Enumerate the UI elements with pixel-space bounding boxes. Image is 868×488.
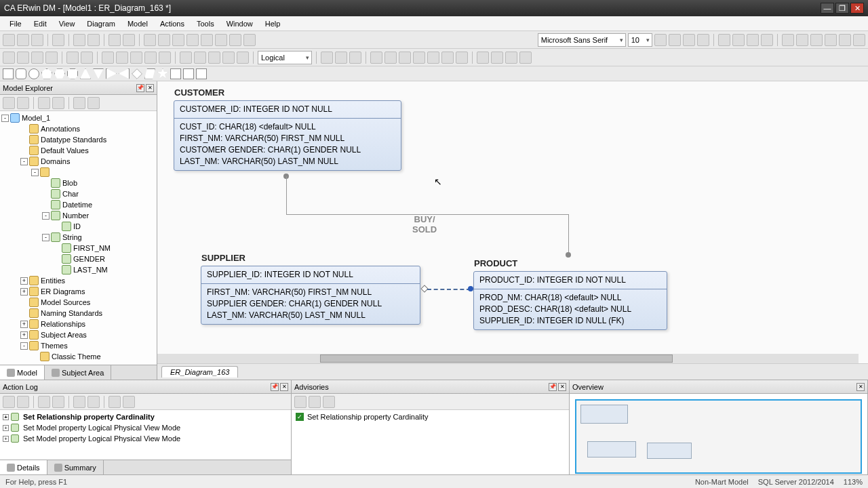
panel-close-icon[interactable]: ✕ [146,84,154,92]
shape-star[interactable] [157,68,168,79]
entity-supplier[interactable]: SUPPLIER SUPPLIER_ID: INTEGER ID NOT NUL… [201,266,420,325]
tree-item[interactable]: Model Sources [1,297,155,308]
line-style-icon[interactable] [761,34,773,46]
align-middle-icon[interactable] [839,34,851,46]
redo-icon[interactable] [123,34,135,46]
adv-tb1[interactable] [294,396,307,408]
ov-close-icon[interactable]: ✕ [856,383,865,391]
me-tb1[interactable] [3,97,15,109]
zoom-in-icon[interactable] [102,52,114,64]
tb2-s[interactable] [519,52,532,64]
minimize-button[interactable]: — [821,3,834,14]
al-tb7[interactable] [108,396,121,408]
al-pin-icon[interactable]: 📌 [271,383,279,391]
shape-triangle-right[interactable] [106,68,117,79]
close-button[interactable]: ✕ [850,3,864,14]
strike-icon[interactable] [697,34,709,46]
tree-item[interactable]: LAST_NM [1,264,155,275]
tb2-a[interactable] [180,52,192,64]
shape-pentagon[interactable] [41,68,52,79]
rel-id-icon[interactable] [186,34,199,46]
maximize-button[interactable]: ❐ [835,3,849,14]
tree-root[interactable]: - Model_1 [1,113,155,123]
menu-model[interactable]: Model [122,18,153,29]
tree-item[interactable]: Classic Theme [1,351,155,362]
adv-pin-icon[interactable]: 📌 [549,383,557,391]
tb2-r[interactable] [505,52,517,64]
tb2-m[interactable] [427,52,439,64]
tree-item[interactable]: +ER Diagrams [1,286,155,297]
tree-item[interactable]: -Number [1,210,155,221]
tb2-c[interactable] [208,52,220,64]
menu-view[interactable]: View [54,18,81,29]
view-icon[interactable] [172,34,184,46]
entity-product[interactable]: PRODUCT PRODUCT_ID: INTEGER ID NOT NULL … [473,271,667,330]
tree-item[interactable]: - [1,167,155,178]
menu-edit[interactable]: Edit [28,18,52,29]
tree-item[interactable]: Blob [1,178,155,188]
find-icon[interactable] [73,34,85,46]
shape-parallelogram[interactable] [144,68,155,79]
shape-roundrect[interactable] [16,68,26,79]
shape-hexagon[interactable] [54,68,65,79]
al-tb4[interactable] [52,396,64,408]
log-line[interactable]: +Set Model property Logical Physical Vie… [1,433,290,444]
tree-item[interactable]: -Domains [1,156,155,167]
tree-item[interactable]: GENDER [1,253,155,264]
annotation-icon[interactable] [229,34,241,46]
tree-item[interactable]: Datetime [1,199,155,210]
fill-color-icon[interactable] [732,34,745,46]
font-color-icon[interactable] [718,34,730,46]
h-scrollbar[interactable] [157,354,859,363]
align-right-icon[interactable] [810,34,823,46]
adv-tb3[interactable] [323,396,335,408]
font-size-combo[interactable]: 10 [628,33,652,47]
al-tab-summary[interactable]: Summary [47,460,104,474]
me-tb2[interactable] [17,97,29,109]
tb2-e[interactable] [237,52,249,64]
highlight-icon[interactable] [747,34,759,46]
tree-item[interactable]: +Subject Areas [1,329,155,340]
shape-triangle-left[interactable] [119,68,130,79]
tb2-n[interactable] [441,52,454,64]
tree-item[interactable]: +Relationships [1,319,155,329]
tb2-o[interactable] [456,52,468,64]
tree-item[interactable]: +Entities [1,275,155,286]
al-tb6[interactable] [87,396,100,408]
shape-triangle-down[interactable] [93,68,104,79]
panel-pin-icon[interactable]: 📌 [136,84,144,92]
find-next-icon[interactable] [87,34,100,46]
menu-file[interactable]: File [4,18,27,29]
al-tb2[interactable] [17,396,29,408]
align-bottom-icon[interactable] [853,34,865,46]
menu-window[interactable]: Window [221,18,258,29]
shape-triangle-up[interactable] [80,68,91,79]
save-icon[interactable] [31,34,43,46]
tree-item[interactable]: -String [1,232,155,243]
shape-line[interactable] [196,68,207,79]
select-icon[interactable] [144,34,156,46]
me-tb5[interactable] [73,97,85,109]
al-close-icon[interactable]: ✕ [280,383,288,391]
shape-rect[interactable] [3,68,14,79]
zoom-out-icon[interactable] [116,52,128,64]
log-line[interactable]: +Set Model property Logical Physical Vie… [1,422,290,433]
adv-tb2[interactable] [309,396,321,408]
tree-item[interactable]: Annotations [1,123,155,134]
zoom-region-icon[interactable] [159,52,171,64]
tree-item[interactable]: -Themes [1,340,155,351]
tb2-6[interactable] [81,52,93,64]
menu-actions[interactable]: Actions [155,18,190,29]
al-tb3[interactable] [38,396,50,408]
tb2-p[interactable] [477,52,489,64]
shape-cross[interactable] [170,68,181,79]
underline-icon[interactable] [683,34,695,46]
tb2-f[interactable] [321,52,333,64]
zoom-fit-icon[interactable] [130,52,142,64]
tree-item[interactable]: Naming Standards [1,308,155,319]
font-family-combo[interactable]: Microsoft Sans Serif [538,33,626,47]
diagram-tab[interactable]: ER_Diagram_163 [161,366,238,378]
align-left-icon[interactable] [782,34,794,46]
tb2-g[interactable] [335,52,347,64]
log-line[interactable]: +Set Relationship property Cardinality [1,411,290,422]
